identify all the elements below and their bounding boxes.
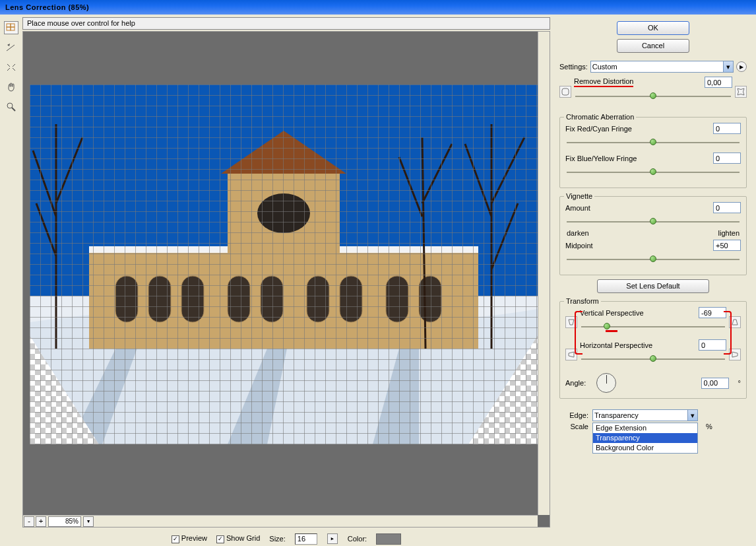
window-title: Lens Correction (85%) (5, 3, 89, 11)
svg-marker-31 (732, 352, 738, 357)
svg-rect-2 (7, 27, 11, 30)
svg-line-6 (7, 68, 10, 71)
preview-area[interactable]: - + ▼ (22, 31, 550, 528)
title-bar: Lens Correction (85%) (0, 0, 756, 15)
edge-dropdown-list[interactable]: Edge Extension Transparency Background C… (592, 423, 698, 454)
size-step[interactable]: ▶ (327, 533, 338, 544)
edge-label: Edge: (559, 411, 588, 419)
grid-color-swatch[interactable] (376, 533, 401, 545)
zoom-tool-icon[interactable] (4, 100, 18, 114)
chevron-down-icon[interactable]: ▾ (723, 61, 733, 72)
blue-yellow-label: Fix Blue/Yellow Fringe (565, 154, 713, 162)
svg-marker-28 (569, 320, 574, 325)
svg-line-5 (13, 64, 15, 67)
angle-unit: ° (738, 379, 741, 387)
horizontal-scrollbar[interactable]: - + ▼ (23, 515, 538, 527)
grid-overlay (30, 85, 538, 444)
angle-label: Angle: (565, 379, 586, 387)
zoom-out-button[interactable]: - (24, 516, 34, 527)
distortion-pincushion-icon[interactable] (735, 86, 747, 98)
remove-distortion-slider[interactable] (575, 90, 731, 102)
svg-line-9 (12, 108, 15, 111)
scale-label: Scale (559, 423, 588, 430)
edge-option[interactable]: Edge Extension (593, 423, 697, 433)
remove-distortion-label: Remove Distortion (574, 77, 633, 87)
preview-checkbox[interactable]: ✓Preview (172, 534, 207, 543)
zoom-input[interactable] (48, 516, 81, 527)
edge-combo[interactable]: Transparency ▾ (592, 409, 698, 421)
distortion-barrel-icon[interactable] (559, 86, 571, 98)
vertical-perspective-label: Vertical Perspective (580, 309, 699, 317)
vignette-amount-input[interactable] (713, 202, 741, 213)
edge-option[interactable]: Transparency (593, 433, 697, 443)
move-grid-tool-icon[interactable] (4, 61, 18, 74)
settings-combo[interactable]: Custom ▾ (590, 61, 734, 73)
chevron-down-icon[interactable]: ▾ (687, 410, 697, 421)
horizontal-perspective-label: Horizontal Perspective (580, 341, 699, 349)
remove-distortion-input[interactable] (705, 77, 732, 88)
showgrid-checkbox[interactable]: ✓Show Grid (216, 534, 260, 543)
tool-column (0, 15, 22, 546)
svg-marker-29 (732, 320, 738, 325)
zoom-step-down[interactable]: ▼ (83, 516, 94, 527)
set-lens-default-button[interactable]: Set Lens Default (597, 279, 709, 293)
settings-label: Settings: (559, 63, 588, 71)
red-cyan-input[interactable] (713, 123, 741, 134)
vignette-amount-slider[interactable] (567, 216, 740, 228)
vignette-midpoint-label: Midpoint (565, 242, 713, 250)
angle-input[interactable] (701, 378, 729, 389)
edge-option[interactable]: Background Color (593, 443, 697, 453)
angle-dial[interactable] (596, 373, 616, 393)
footer-bar: ✓Preview ✓Show Grid Size: ▶ Color: (22, 528, 550, 546)
horizontal-perspective-input[interactable] (699, 339, 726, 351)
svg-line-7 (13, 68, 15, 71)
size-label: Size: (269, 535, 285, 543)
hand-tool-icon[interactable] (4, 81, 18, 94)
red-cyan-label: Fix Red/Cyan Fringe (565, 125, 713, 133)
grid-size-input[interactable] (295, 533, 317, 545)
horizontal-perspective-slider[interactable] (581, 353, 725, 365)
svg-rect-0 (7, 24, 11, 27)
color-label: Color: (348, 535, 367, 543)
svg-rect-3 (11, 27, 15, 30)
red-cyan-slider[interactable] (567, 137, 740, 149)
vignette-midpoint-input[interactable] (713, 240, 741, 251)
zoom-in-button[interactable]: + (36, 516, 46, 527)
svg-line-4 (7, 64, 10, 67)
svg-rect-1 (11, 24, 15, 27)
blue-yellow-input[interactable] (713, 153, 741, 164)
svg-marker-30 (569, 352, 574, 357)
right-panel: OK Cancel Settings: Custom ▾ ▶ Remove Di… (550, 15, 756, 546)
svg-point-8 (7, 103, 13, 108)
vertical-perspective-slider[interactable] (581, 321, 725, 333)
vignette-amount-label: Amount (565, 204, 713, 212)
vertical-scrollbar[interactable] (538, 32, 550, 515)
settings-menu-icon[interactable]: ▶ (736, 61, 747, 72)
cancel-button[interactable]: Cancel (617, 39, 689, 53)
vignette-group: Vignette Amount darkenlighten Midpoint (559, 196, 747, 275)
scale-unit: % (706, 423, 712, 430)
remove-distortion-tool-icon[interactable] (4, 21, 18, 34)
vertical-perspective-input[interactable] (699, 307, 726, 318)
help-bar: Place mouse over control for help (22, 17, 550, 30)
transform-group: Transform Vertical Perspective Horizonta… (559, 301, 747, 399)
svg-rect-27 (562, 88, 569, 95)
straighten-tool-icon[interactable] (4, 41, 18, 54)
ok-button[interactable]: OK (617, 21, 689, 35)
image-canvas (30, 85, 538, 444)
vignette-midpoint-slider[interactable] (567, 254, 740, 265)
chromatic-aberration-group: Chromatic Aberration Fix Red/Cyan Fringe… (559, 117, 747, 188)
blue-yellow-slider[interactable] (567, 166, 740, 178)
